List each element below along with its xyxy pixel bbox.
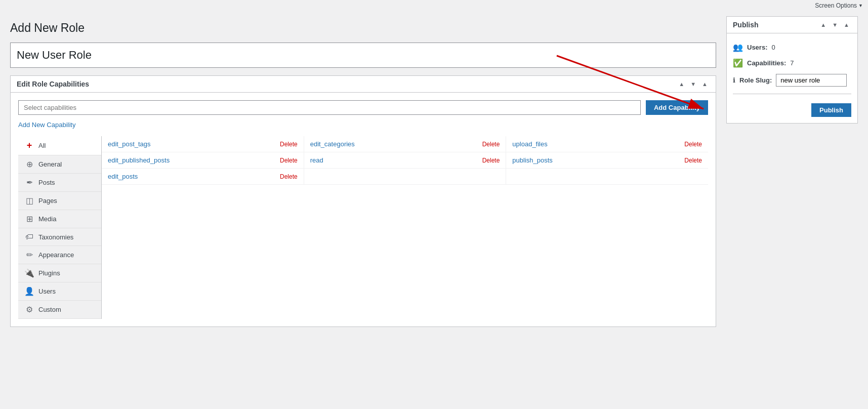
publish-box-body: 👥 Users: 0 ✅ Capabilities: 7 ℹ Role Slug… bbox=[727, 33, 857, 123]
sidebar-item-plugins[interactable]: 🔌Plugins bbox=[18, 264, 101, 282]
table-row: edit_post_tagsDeleteedit_categoriesDelet… bbox=[102, 136, 708, 152]
sidebar-item-pages[interactable]: ◫Pages bbox=[18, 192, 101, 210]
cap-name-read[interactable]: read bbox=[310, 156, 323, 164]
publish-box: Publish ▲ ▼ ▲ 👥 Users: 0 ✅ Capabilities:… bbox=[726, 16, 858, 124]
sidebar-item-label-posts: Posts bbox=[38, 179, 55, 186]
capabilities-grid: edit_post_tagsDeleteedit_categoriesDelet… bbox=[102, 136, 708, 319]
role-name-input[interactable] bbox=[10, 43, 716, 68]
sidebar-item-label-media: Media bbox=[38, 215, 56, 223]
select-capabilities-input[interactable] bbox=[18, 100, 641, 115]
capabilities-check-icon: ✅ bbox=[733, 58, 743, 68]
cap-name-edit_post_tags[interactable]: edit_post_tags bbox=[108, 140, 151, 148]
publish-button[interactable]: Publish bbox=[811, 103, 851, 117]
capabilities-label: Capabilities: bbox=[747, 59, 786, 67]
publish-divider bbox=[733, 94, 851, 94]
cap-delete-read[interactable]: Delete bbox=[482, 157, 500, 164]
sidebar-item-label-all: All bbox=[38, 142, 46, 149]
users-icon: 👤 bbox=[24, 287, 34, 296]
panel-collapse-down-btn[interactable]: ▼ bbox=[688, 80, 698, 88]
custom-icon: ⚙ bbox=[24, 305, 34, 314]
publish-collapse-down-btn[interactable]: ▼ bbox=[830, 21, 840, 29]
cap-name-edit_published_posts[interactable]: edit_published_posts bbox=[108, 156, 170, 164]
users-label: Users: bbox=[747, 44, 767, 51]
media-icon: ⊞ bbox=[24, 214, 34, 224]
panel-toggle-btn[interactable]: ▲ bbox=[700, 80, 710, 88]
publish-button-row: Publish bbox=[733, 98, 851, 117]
sidebar-item-custom[interactable]: ⚙Custom bbox=[18, 301, 101, 319]
cap-cell-1-col2: readDelete bbox=[304, 152, 507, 168]
publish-panel-controls: ▲ ▼ ▲ bbox=[818, 21, 851, 29]
cap-delete-edit_post_tags[interactable]: Delete bbox=[280, 141, 298, 148]
cap-delete-upload_files[interactable]: Delete bbox=[684, 141, 702, 148]
all-icon: + bbox=[24, 140, 34, 151]
general-icon: ⊕ bbox=[24, 159, 34, 169]
cap-name-publish_posts[interactable]: publish_posts bbox=[512, 156, 553, 164]
capabilities-panel-header: Edit Role Capabilities ▲ ▼ ▲ bbox=[11, 76, 716, 93]
cap-cell-2-col2 bbox=[304, 169, 507, 184]
publish-box-header: Publish ▲ ▼ ▲ bbox=[727, 17, 857, 33]
sidebar-item-users[interactable]: 👤Users bbox=[18, 282, 101, 301]
cap-cell-1-col1: edit_published_postsDelete bbox=[102, 152, 304, 168]
pages-icon: ◫ bbox=[24, 196, 34, 206]
capabilities-panel-title: Edit Role Capabilities bbox=[17, 80, 89, 88]
cap-cell-1-col3: publish_postsDelete bbox=[506, 152, 708, 168]
cap-name-edit_categories[interactable]: edit_categories bbox=[310, 140, 355, 148]
sidebar-item-label-taxonomies: Taxonomies bbox=[38, 233, 73, 241]
cap-name-edit_posts[interactable]: edit_posts bbox=[108, 173, 138, 180]
taxonomies-icon: 🏷 bbox=[24, 232, 34, 241]
role-slug-label: Role Slug: bbox=[739, 76, 772, 84]
users-info-row: 👥 Users: 0 bbox=[733, 39, 851, 55]
sidebar-item-label-pages: Pages bbox=[38, 197, 57, 204]
sidebar-item-label-general: General bbox=[38, 160, 62, 168]
cap-cell-0-col3: upload_filesDelete bbox=[506, 136, 708, 152]
cap-cell-0-col1: edit_post_tagsDelete bbox=[102, 136, 304, 152]
cap-delete-publish_posts[interactable]: Delete bbox=[684, 157, 702, 164]
cap-cell-0-col2: edit_categoriesDelete bbox=[304, 136, 507, 152]
sidebar-item-all[interactable]: +All bbox=[18, 136, 101, 155]
users-icon: 👥 bbox=[733, 43, 743, 52]
capabilities-panel: Edit Role Capabilities ▲ ▼ ▲ Add Capabil… bbox=[10, 75, 716, 327]
cap-delete-edit_posts[interactable]: Delete bbox=[280, 173, 298, 180]
users-count: 0 bbox=[771, 44, 775, 51]
add-new-capability-link[interactable]: Add New Capability bbox=[18, 121, 75, 129]
sidebar-item-media[interactable]: ⊞Media bbox=[18, 210, 101, 228]
sidebar-item-label-appearance: Appearance bbox=[38, 251, 74, 259]
panel-collapse-up-btn[interactable]: ▲ bbox=[677, 80, 686, 88]
role-slug-info-icon: ℹ bbox=[733, 76, 735, 84]
table-row: edit_published_postsDeletereadDeletepubl… bbox=[102, 152, 708, 169]
sidebar-item-general[interactable]: ⊕General bbox=[18, 155, 101, 174]
capabilities-count: 7 bbox=[790, 59, 794, 67]
publish-toggle-btn[interactable]: ▲ bbox=[842, 21, 851, 29]
sidebar-item-label-users: Users bbox=[38, 288, 56, 295]
capabilities-layout: +All⊕General✒Posts◫Pages⊞Media🏷Taxonomie… bbox=[18, 136, 708, 319]
sidebar-item-label-custom: Custom bbox=[38, 306, 61, 313]
cap-name-upload_files[interactable]: upload_files bbox=[512, 140, 547, 148]
screen-options-button[interactable]: Screen Options bbox=[815, 2, 863, 9]
capabilities-panel-body: Add Capability Add New Capability +All⊕G… bbox=[11, 93, 716, 326]
role-slug-input[interactable] bbox=[776, 74, 847, 87]
publish-collapse-up-btn[interactable]: ▲ bbox=[818, 21, 828, 29]
cap-delete-edit_categories[interactable]: Delete bbox=[482, 141, 500, 148]
category-sidebar: +All⊕General✒Posts◫Pages⊞Media🏷Taxonomie… bbox=[18, 136, 102, 319]
sidebar-item-appearance[interactable]: ✏Appearance bbox=[18, 246, 101, 264]
appearance-icon: ✏ bbox=[24, 250, 34, 260]
sidebar-item-posts[interactable]: ✒Posts bbox=[18, 174, 101, 192]
plugins-icon: 🔌 bbox=[24, 268, 34, 278]
capabilities-info-row: ✅ Capabilities: 7 bbox=[733, 55, 851, 71]
role-slug-row: ℹ Role Slug: bbox=[733, 71, 851, 90]
cap-delete-edit_published_posts[interactable]: Delete bbox=[280, 157, 298, 164]
add-capability-button[interactable]: Add Capability bbox=[646, 100, 708, 115]
table-row: edit_postsDelete bbox=[102, 169, 708, 185]
cap-cell-2-col1: edit_postsDelete bbox=[102, 169, 304, 184]
add-capability-row: Add Capability bbox=[18, 100, 708, 115]
posts-icon: ✒ bbox=[24, 178, 34, 187]
sidebar-item-label-plugins: Plugins bbox=[38, 269, 60, 277]
page-title: Add New Role bbox=[10, 16, 716, 35]
sidebar-item-taxonomies[interactable]: 🏷Taxonomies bbox=[18, 228, 101, 246]
cap-cell-2-col3 bbox=[506, 169, 708, 184]
publish-box-title: Publish bbox=[733, 21, 759, 29]
panel-controls: ▲ ▼ ▲ bbox=[677, 80, 710, 88]
